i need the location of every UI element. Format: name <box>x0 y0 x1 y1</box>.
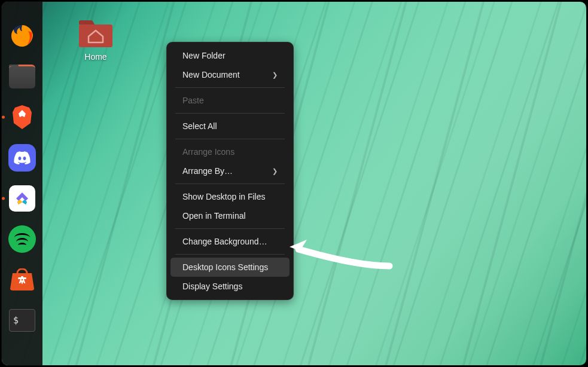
dock-item-files[interactable] <box>7 62 37 91</box>
menu-item-display-settings[interactable]: Display Settings <box>170 277 290 296</box>
home-folder-icon <box>78 20 114 48</box>
files-icon <box>9 65 35 88</box>
menu-item-new-folder[interactable]: New Folder <box>170 46 290 65</box>
desktop-icon-home[interactable]: Home <box>71 20 120 62</box>
dock-item-terminal[interactable]: $ <box>7 305 37 335</box>
chevron-right-icon: ❯ <box>272 71 278 79</box>
software-store-icon: A <box>9 268 35 291</box>
menu-item-desktop-icons-settings[interactable]: Desktop Icons Settings <box>170 258 290 277</box>
menu-separator <box>175 254 285 255</box>
spotify-icon <box>8 225 36 253</box>
svg-rect-3 <box>79 25 112 47</box>
dock-item-discord[interactable] <box>7 143 37 173</box>
menu-item-show-desktop-in-files[interactable]: Show Desktop in Files <box>170 187 290 206</box>
menu-item-arrange-icons: Arrange Icons <box>170 142 290 161</box>
menu-separator <box>175 184 285 184</box>
dock-item-firefox[interactable] <box>7 21 37 51</box>
menu-item-select-all[interactable]: Select All <box>170 117 290 136</box>
terminal-prompt: $ <box>13 315 19 326</box>
menu-separator <box>175 139 285 139</box>
menu-item-arrange-by[interactable]: Arrange By… ❯ <box>170 161 290 181</box>
firefox-icon <box>9 23 35 49</box>
svg-text:A: A <box>19 275 26 285</box>
discord-icon <box>8 144 36 172</box>
brave-icon <box>10 104 34 130</box>
clickup-icon <box>9 185 35 212</box>
chevron-right-icon: ❯ <box>272 167 278 175</box>
menu-item-paste: Paste <box>170 91 290 110</box>
menu-item-change-background[interactable]: Change Background… <box>170 232 290 251</box>
menu-separator <box>175 228 285 229</box>
dock-item-software[interactable]: A <box>7 265 37 295</box>
menu-item-new-document[interactable]: New Document ❯ <box>170 65 290 84</box>
menu-separator <box>175 87 285 88</box>
menu-item-open-in-terminal[interactable]: Open in Terminal <box>170 206 290 225</box>
dock-item-brave[interactable] <box>7 102 37 132</box>
dock-item-spotify[interactable] <box>7 224 37 254</box>
menu-separator <box>175 113 285 114</box>
dock-item-clickup[interactable] <box>7 184 37 213</box>
terminal-icon: $ <box>9 309 35 332</box>
desktop-icon-label: Home <box>84 52 106 62</box>
dock: A $ <box>2 2 42 365</box>
desktop-context-menu: New Folder New Document ❯ Paste Select A… <box>166 42 294 300</box>
